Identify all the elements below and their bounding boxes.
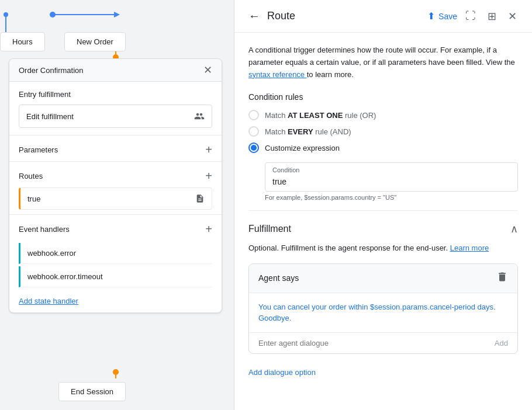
event-item-2[interactable]: webhook.error.timeout [19,266,212,287]
event-handlers-add-button[interactable]: + [205,223,212,235]
fullscreen-icon: ⛶ [465,10,476,22]
order-panel-title: Order Confirmation [19,66,84,75]
fulfillment-header: Fulfillment ∧ [248,223,518,235]
svg-point-2 [50,12,56,18]
order-panel-header: Order Confirmation ✕ [9,59,222,82]
order-panel-close-button[interactable]: ✕ [203,65,212,75]
radio-option-or[interactable]: Match AT LEAST ONE rule (OR) [248,110,518,120]
svg-marker-4 [114,12,120,18]
add-dialogue-inline-button[interactable]: Add [495,339,508,348]
collapse-button[interactable]: ∧ [510,223,518,235]
entry-fulfillment-label: Entry fulfillment [19,90,71,99]
add-state-handler-link[interactable]: Add state handler [9,290,222,312]
entry-fulfillment-header[interactable]: Entry fulfillment [9,82,222,105]
edit-fulfillment-row[interactable]: Edit fulfillment [19,105,212,128]
fulfillment-info: Optional. Fulfillment is the agent respo… [248,242,518,254]
grid-button[interactable]: ⊞ [484,8,500,25]
radio-circle-or [248,110,259,120]
save-button[interactable]: ⬆ Save [427,11,457,22]
agent-says-box: Agent says You can cancel your order wit… [248,263,518,354]
event-handlers-label: Event handlers [19,225,70,234]
route-item-icon [195,194,205,203]
right-panel: ← Route ⬆ Save ⛶ ⊞ ✕ A conditional trigg… [234,0,532,410]
add-dialogue-option-button[interactable]: Add dialogue option [248,363,316,381]
radio-label-or: Match AT LEAST ONE rule (OR) [265,111,376,120]
left-panel: Hours New Order Order Confirmation ✕ Ent… [0,0,234,410]
condition-hint: For example, $session.params.country = "… [265,194,518,201]
fulfillment-icon [194,111,205,121]
route-item-label: true [27,194,40,203]
condition-label: Condition [265,163,517,175]
grid-icon: ⊞ [488,11,496,22]
fullscreen-button[interactable]: ⛶ [462,8,479,25]
agent-says-header: Agent says [249,264,517,293]
routes-label: Routes [19,172,43,180]
condition-box: Condition [265,162,518,192]
syntax-reference-link[interactable]: syntax reference [248,70,307,79]
enter-dialogue-row: Add [249,333,517,353]
agent-says-title: Agent says [258,273,299,283]
event-item-1-label: webhook.error [27,249,76,258]
radio-label-and: Match EVERY rule (AND) [265,127,351,136]
radio-circle-and [248,126,259,137]
parameters-add-button[interactable]: + [205,144,212,155]
flow-canvas: Hours New Order Order Confirmation ✕ Ent… [0,0,234,410]
event-handlers-header[interactable]: Event handlers + [9,215,222,241]
routes-header[interactable]: Routes + [9,162,222,187]
condition-rules-title: Condition rules [248,92,518,102]
radio-option-and[interactable]: Match EVERY rule (AND) [248,126,518,137]
back-button[interactable]: ← [246,7,262,25]
save-icon: ⬆ [427,11,435,22]
right-panel-header: ← Route ⬆ Save ⛶ ⊞ ✕ [234,0,532,33]
delete-icon [496,271,508,283]
event-item-2-label: webhook.error.timeout [27,272,103,281]
radio-label-custom: Customize expression [265,144,340,152]
edit-fulfillment-label: Edit fulfillment [26,112,74,121]
condition-input[interactable] [265,175,517,191]
svg-point-8 [113,369,119,375]
routes-add-button[interactable]: + [205,170,212,182]
fulfillment-title: Fulfillment [248,224,291,234]
fulfillment-section: Fulfillment ∧ Optional. Fulfillment is t… [248,210,518,381]
agent-dialogue-text: You can cancel your order within $sessio… [249,293,517,333]
learn-more-link[interactable]: Learn more [450,244,489,252]
route-item[interactable]: true [19,187,212,210]
dialogue-content: You can cancel your order within $sessio… [258,303,496,323]
parameters-label: Parameters [19,145,58,154]
order-confirmation-panel: Order Confirmation ✕ Entry fulfillment E… [9,58,222,313]
enter-dialogue-input[interactable] [258,339,495,348]
info-text: A conditional trigger determines how the… [248,44,518,81]
radio-option-custom[interactable]: Customize expression [248,143,518,153]
right-content: A conditional trigger determines how the… [234,33,532,410]
condition-rules-section: Condition rules Match AT LEAST ONE rule … [248,92,518,201]
radio-group: Match AT LEAST ONE rule (OR) Match EVERY… [248,110,518,153]
close-button[interactable]: ✕ [505,8,520,25]
delete-agent-says-button[interactable] [496,271,508,286]
event-item-1[interactable]: webhook.error [19,243,212,264]
close-icon: ✕ [508,11,517,22]
end-session-node[interactable]: End Session [58,382,126,401]
hours-node[interactable]: Hours [0,32,45,51]
route-title: Route [267,10,423,22]
parameters-header[interactable]: Parameters + [9,135,222,161]
radio-circle-custom [248,143,259,153]
new-order-node[interactable]: New Order [64,32,126,51]
svg-point-1 [4,12,8,17]
